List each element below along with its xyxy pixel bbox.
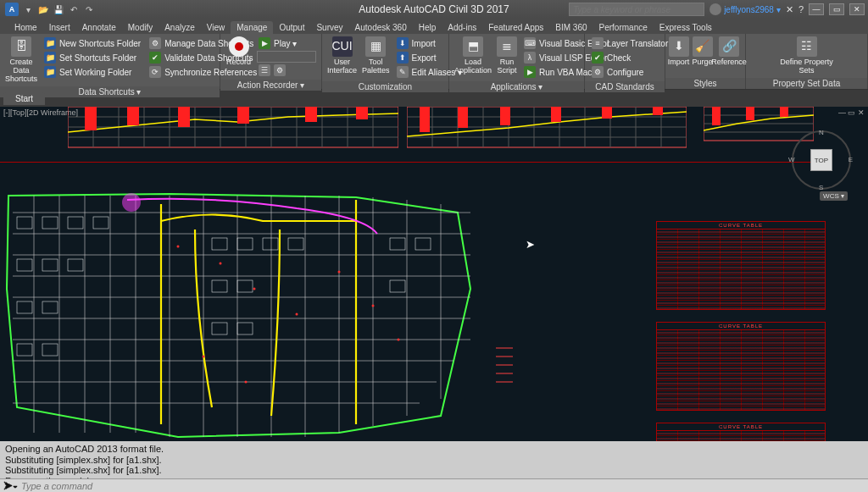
close-button[interactable]: ✕ bbox=[849, 3, 865, 15]
maximize-button[interactable]: ▭ bbox=[829, 3, 844, 15]
svg-rect-67 bbox=[237, 323, 253, 334]
ribbon-tabs: HomeInsertAnnotateModifyAnalyzeViewManag… bbox=[0, 19, 868, 34]
panel-title: Customization bbox=[322, 81, 448, 92]
legend bbox=[492, 344, 542, 412]
vb-icon: ⌨ bbox=[524, 37, 536, 49]
styles-reference-button[interactable]: 🔗Reference bbox=[715, 36, 743, 67]
svg-rect-46 bbox=[712, 107, 721, 125]
lisp-icon: λ bbox=[524, 52, 536, 64]
ribbon-tab-express-tools[interactable]: Express Tools bbox=[654, 21, 718, 34]
table-heading: CURVE TABLE bbox=[657, 423, 825, 431]
command-history-line: Substituting [simplex.shx] for [a1.shx]. bbox=[5, 465, 863, 476]
palette-icon: ▦ bbox=[365, 36, 386, 57]
ribbon-tab-insert[interactable]: Insert bbox=[43, 21, 76, 34]
viewport-label[interactable]: [-][Top][2D Wireframe] bbox=[3, 108, 78, 117]
ribbon-tab-survey[interactable]: Survey bbox=[310, 21, 348, 34]
cursor-icon: ➤ bbox=[526, 238, 535, 251]
help-search-input[interactable] bbox=[569, 3, 704, 16]
redo-icon[interactable]: ↷ bbox=[83, 3, 95, 15]
cube-face-top[interactable]: TOP bbox=[810, 149, 832, 171]
define-property-sets-button[interactable]: ☷Define Property Sets bbox=[773, 36, 841, 75]
set-shortcuts-folder-button[interactable]: 📁Set Shortcuts Folder bbox=[42, 51, 142, 64]
panel-title[interactable]: Action Recorder ▾ bbox=[220, 80, 321, 91]
svg-point-73 bbox=[220, 263, 222, 265]
check-icon: ✔ bbox=[149, 52, 161, 64]
load-application-button[interactable]: ⬒Load Application bbox=[454, 36, 492, 75]
run-script-button[interactable]: ≣Run Script bbox=[497, 36, 517, 75]
tool-palettes-button[interactable]: ▦Tool Palettes bbox=[362, 36, 390, 75]
play-button[interactable]: ▶Play ▾ bbox=[257, 36, 316, 50]
new-shortcuts-folder-button[interactable]: 📁New Shortcuts Folder bbox=[42, 36, 142, 50]
save-icon[interactable]: 💾 bbox=[53, 3, 64, 15]
ribbon-tab-view[interactable]: View bbox=[201, 21, 231, 34]
panel-data-shortcuts: 🗄 Create Data Shortcuts 📁New Shortcuts F… bbox=[0, 34, 220, 89]
signed-in-user[interactable]: jefflyons2968 ▾ bbox=[709, 3, 781, 15]
svg-rect-48 bbox=[780, 107, 788, 117]
svg-rect-63 bbox=[288, 238, 303, 250]
panel-title[interactable]: Applications ▾ bbox=[449, 81, 584, 92]
svg-rect-49 bbox=[17, 217, 32, 229]
styles-purge-button[interactable]: 🧹Purge bbox=[691, 36, 714, 67]
command-input[interactable] bbox=[21, 481, 865, 491]
set-working-folder-button[interactable]: 📁Set Working Folder bbox=[42, 65, 142, 79]
profile-view-1 bbox=[68, 107, 398, 158]
svg-rect-21 bbox=[356, 107, 368, 119]
svg-rect-57 bbox=[42, 301, 58, 313]
exchange-icon[interactable]: ✕ bbox=[786, 4, 793, 15]
svg-point-74 bbox=[253, 288, 256, 290]
compass-w: W bbox=[788, 156, 795, 163]
panel-title: Styles bbox=[665, 78, 745, 89]
undo-icon[interactable]: ↶ bbox=[68, 3, 80, 15]
tab-start[interactable]: Start bbox=[3, 92, 45, 105]
new-icon[interactable]: ▾ bbox=[22, 3, 34, 15]
ribbon-tab-home[interactable]: Home bbox=[8, 21, 43, 34]
open-icon[interactable]: 📂 bbox=[37, 3, 49, 15]
create-data-shortcuts-button[interactable]: 🗄 Create Data Shortcuts bbox=[5, 36, 37, 84]
ribbon-tab-manage[interactable]: Manage bbox=[231, 21, 273, 34]
svg-rect-37 bbox=[458, 107, 468, 128]
user-interface-button[interactable]: CUIUser Interface bbox=[327, 36, 357, 75]
panel-action-recorder: Record ▶Play ▾ ☰⚙ Action Recorder ▾ bbox=[220, 34, 322, 89]
ribbon-tab-featured-apps[interactable]: Featured Apps bbox=[482, 21, 549, 34]
svg-rect-47 bbox=[746, 107, 754, 120]
command-history-line: Opening an AutoCAD 2013 format file. bbox=[5, 444, 863, 455]
sheet-border bbox=[0, 162, 831, 163]
ribbon-tab-bim-360[interactable]: BIM 360 bbox=[549, 21, 593, 34]
view-cube[interactable]: TOP N S E W bbox=[792, 130, 851, 190]
record-button[interactable]: Record bbox=[225, 36, 252, 67]
wcs-button[interactable]: WCS ▾ bbox=[820, 191, 848, 201]
svg-rect-53 bbox=[17, 259, 32, 271]
app-icon[interactable]: A bbox=[5, 3, 19, 16]
ribbon-tab-analyze[interactable]: Analyze bbox=[159, 21, 201, 34]
ribbon-tab-performance[interactable]: Performance bbox=[593, 21, 654, 34]
export-icon: ⬆ bbox=[397, 52, 409, 64]
svg-rect-66 bbox=[212, 323, 227, 334]
panel-customization: CUIUser Interface ▦Tool Palettes ⬇Import… bbox=[322, 34, 449, 89]
command-input-row[interactable]: ⮞▾ bbox=[0, 478, 868, 492]
macro-options[interactable]: ☰⚙ bbox=[257, 64, 316, 77]
minimize-button[interactable]: — bbox=[809, 3, 824, 15]
panel-cad-standards: ≡Layer Translator ✔Check ⚙Configure CAD … bbox=[585, 34, 665, 89]
command-history: Opening an AutoCAD 2013 format file.Subs… bbox=[0, 441, 868, 478]
help-icon[interactable]: ? bbox=[798, 4, 804, 14]
ribbon-tab-annotate[interactable]: Annotate bbox=[76, 21, 122, 34]
ribbon-tab-help[interactable]: Help bbox=[413, 21, 442, 34]
table-block: CURVE TABLE bbox=[656, 221, 826, 310]
compass-s: S bbox=[819, 184, 823, 191]
ribbon-tab-add-ins[interactable]: Add-ins bbox=[442, 21, 482, 34]
styles-import-button[interactable]: ⬇Import bbox=[667, 36, 690, 67]
ribbon-tab-output[interactable]: Output bbox=[273, 21, 310, 34]
viewport-controls[interactable]: — ▭ ✕ bbox=[838, 108, 865, 117]
svg-rect-41 bbox=[653, 107, 663, 115]
sync-icon: ⟳ bbox=[149, 66, 161, 78]
drawing-canvas[interactable]: [-][Top][2D Wireframe] — ▭ ✕ bbox=[0, 107, 868, 441]
ribbon-tab-modify[interactable]: Modify bbox=[122, 21, 159, 34]
ribbon-tab-autodesk-360[interactable]: Autodesk 360 bbox=[349, 21, 413, 34]
ribbon: 🗄 Create Data Shortcuts 📁New Shortcuts F… bbox=[0, 34, 868, 90]
macro-dropdown[interactable] bbox=[257, 51, 316, 63]
check-button[interactable]: ✔Check bbox=[590, 51, 670, 64]
layer-translator-button[interactable]: ≡Layer Translator bbox=[590, 36, 670, 50]
configure-button[interactable]: ⚙Configure bbox=[590, 65, 670, 79]
check-icon: ✔ bbox=[592, 52, 604, 64]
table-block: CURVE TABLE bbox=[656, 322, 826, 411]
